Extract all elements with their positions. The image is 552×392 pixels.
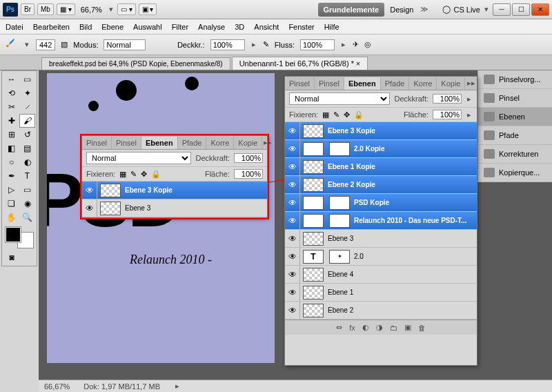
maximize-button[interactable]: ☐: [512, 3, 530, 16]
layer-row[interactable]: 👁Ebene 2 Kopie: [285, 176, 477, 194]
tool-preset-arrow[interactable]: ▾: [23, 40, 30, 49]
visibility-toggle[interactable]: 👁: [285, 284, 300, 301]
dock-kopierquelle[interactable]: Kopierque...: [478, 164, 552, 182]
new-layer-icon[interactable]: ▣: [404, 323, 411, 332]
chevron-right-icon[interactable]: ▸: [466, 95, 473, 104]
brush-tool-icon[interactable]: 🖌️: [6, 39, 18, 51]
lock-trans-icon[interactable]: ▦: [322, 110, 329, 119]
layer-row[interactable]: 👁Ebene 3 Kopie: [285, 122, 477, 140]
brush-tool[interactable]: 🖌: [19, 114, 35, 128]
adjustment-layer-icon[interactable]: ◑: [376, 323, 383, 332]
blur-tool[interactable]: ○: [3, 155, 19, 169]
airbrush-icon[interactable]: ✈: [353, 40, 359, 49]
panel-tab[interactable]: Pinsel: [82, 137, 112, 149]
viewmode-button[interactable]: ▦ ▾: [57, 3, 75, 15]
panel-tab[interactable]: Pinsel: [112, 137, 141, 149]
hand-tool[interactable]: ✋: [3, 210, 19, 224]
lock-all-icon[interactable]: 🔒: [354, 110, 364, 119]
3d-camera-tool[interactable]: ◉: [19, 197, 35, 210]
eyedropper-tool[interactable]: ⟋: [19, 100, 35, 114]
dock-pfade[interactable]: Pfade: [478, 126, 552, 145]
heal-tool[interactable]: ✚: [3, 114, 19, 128]
trash-icon[interactable]: 🗑: [418, 324, 426, 332]
visibility-toggle[interactable]: 👁: [82, 199, 97, 217]
history-brush-tool[interactable]: ↺: [19, 128, 35, 141]
dock-pinsel[interactable]: Pinsel: [478, 89, 552, 108]
fx-icon[interactable]: fx: [349, 324, 355, 332]
pen-tool[interactable]: ✒: [3, 169, 19, 183]
panel-tab-ebenen[interactable]: Ebenen: [141, 137, 178, 149]
layer-name[interactable]: 2.0 Kopie: [353, 145, 477, 153]
tablet-size-icon[interactable]: ◎: [364, 40, 371, 49]
screenmode-button[interactable]: ▣ ▾: [139, 3, 157, 15]
panel-tab-ebenen[interactable]: Ebenen: [344, 77, 381, 90]
crop-tool[interactable]: ✂: [3, 100, 19, 114]
lock-paint-icon[interactable]: ✎: [130, 170, 137, 179]
lock-trans-icon[interactable]: ▦: [119, 170, 126, 179]
type-tool[interactable]: T: [19, 169, 35, 183]
path-select-tool[interactable]: ▷: [3, 183, 19, 197]
eraser-tool[interactable]: ◧: [3, 141, 19, 155]
color-swatches[interactable]: [6, 227, 33, 248]
panel-more-icon[interactable]: ▸▸: [262, 138, 273, 147]
minimize-button[interactable]: ─: [493, 3, 511, 16]
fill-input[interactable]: 100%: [234, 169, 263, 179]
menu-datei[interactable]: Datei: [6, 23, 23, 31]
chevron-down-icon[interactable]: ▾: [483, 5, 490, 14]
visibility-toggle[interactable]: 👁: [285, 122, 300, 139]
layer-row[interactable]: 👁T✦PSD Kopie: [285, 194, 477, 212]
layer-name[interactable]: Ebene 4: [326, 271, 477, 278]
layer-row[interactable]: 👁Ebene 3 Kopie: [82, 182, 267, 199]
chevron-down-icon[interactable]: ▾: [108, 5, 115, 14]
visibility-toggle[interactable]: 👁: [285, 248, 300, 265]
layer-row[interactable]: 👁Ebene 3: [82, 199, 267, 217]
visibility-toggle[interactable]: 👁: [285, 158, 300, 175]
visibility-toggle[interactable]: 👁: [285, 266, 300, 283]
blend-mode-select[interactable]: Normal: [289, 92, 390, 105]
minibridge-button[interactable]: Mb: [37, 3, 54, 15]
mask-icon[interactable]: ◐: [362, 323, 369, 332]
panel-tab[interactable]: Pinsel: [315, 77, 344, 90]
workspace-switcher-current[interactable]: Grundelemente: [318, 3, 385, 17]
3d-tool[interactable]: ❏: [3, 197, 19, 210]
shape-tool[interactable]: ▭: [19, 183, 35, 197]
panel-tab[interactable]: Pfade: [178, 137, 207, 149]
layer-row[interactable]: 👁Ebene 4: [285, 266, 477, 284]
layer-name[interactable]: Ebene 3: [124, 204, 267, 212]
layer-row[interactable]: 👁Ebene 1 Kopie: [285, 158, 477, 176]
blend-mode-select[interactable]: Normal: [86, 152, 191, 164]
visibility-toggle[interactable]: 👁: [285, 176, 300, 193]
layer-name[interactable]: Relaunch 2010 - Das neue PSD-T...: [353, 217, 477, 224]
quickmask-toggle[interactable]: ◙: [3, 251, 20, 264]
panel-tab[interactable]: Korre: [206, 137, 234, 149]
layer-row[interactable]: 👁Ebene 3: [285, 230, 477, 248]
brush-size[interactable]: 442: [36, 39, 55, 50]
gradient-tool[interactable]: ▤: [19, 141, 35, 155]
panel-tab[interactable]: Pinsel: [285, 77, 315, 90]
close-button[interactable]: ✕: [531, 3, 549, 16]
cslive-label[interactable]: CS Live: [453, 6, 480, 14]
layer-row[interactable]: 👁T✦2.0 Kopie: [285, 140, 477, 158]
layer-name[interactable]: PSD Kopie: [353, 199, 477, 206]
menu-3d[interactable]: 3D: [235, 23, 244, 31]
layer-row[interactable]: 👁T✦Relaunch 2010 - Das neue PSD-T...: [285, 212, 477, 230]
document-tab-active[interactable]: Unbenannt-1 bei 66,7% (RGB/8) * ×: [232, 57, 368, 70]
menu-bild[interactable]: Bild: [79, 23, 92, 31]
fill-input[interactable]: 100%: [433, 110, 462, 119]
dock-korrekturen[interactable]: Korrekturen: [478, 145, 552, 164]
lock-all-icon[interactable]: 🔒: [151, 170, 161, 179]
dock-ebenen[interactable]: Ebenen: [478, 108, 552, 126]
panel-tab[interactable]: Kopie: [437, 77, 465, 90]
visibility-toggle[interactable]: 👁: [285, 140, 300, 157]
panel-tab[interactable]: Pfade: [381, 77, 410, 90]
chevron-right-icon[interactable]: ▸: [340, 40, 347, 49]
brush-panel-toggle-icon[interactable]: ▧: [61, 40, 68, 49]
layer-name[interactable]: Ebene 1: [326, 288, 477, 296]
layer-name[interactable]: Ebene 2: [326, 306, 477, 314]
opacity-input[interactable]: 100%: [433, 94, 462, 104]
lasso-tool[interactable]: ⟲: [3, 86, 19, 100]
menu-ebene[interactable]: Ebene: [101, 23, 124, 31]
close-tab-icon[interactable]: ×: [356, 59, 360, 68]
chevron-right-icon[interactable]: ▸: [466, 110, 473, 119]
move-tool[interactable]: ↔: [3, 72, 19, 86]
